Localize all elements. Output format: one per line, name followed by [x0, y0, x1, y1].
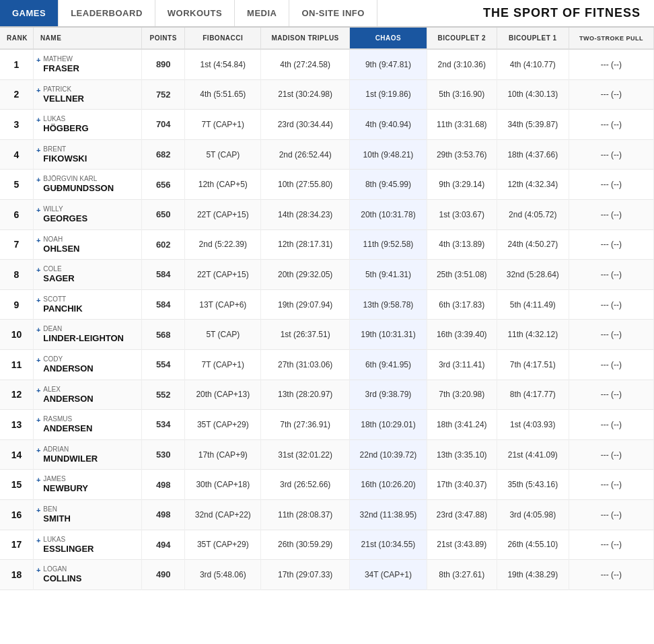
cell-name: + CODY ANDERSON [33, 349, 141, 380]
tab-onsite[interactable]: ON-SITE INFO [289, 0, 377, 26]
cell-points: 490 [142, 560, 185, 590]
cell-chaos: 19th (10:31.31) [350, 320, 427, 350]
cell-twostroke: --- (--) [569, 79, 653, 110]
tab-workouts[interactable]: WORKOUTS [155, 0, 235, 26]
cell-twostroke: --- (--) [569, 199, 653, 229]
expand-player-button[interactable]: + [36, 326, 40, 334]
cell-twostroke: --- (--) [569, 470, 653, 500]
cell-points: 584 [142, 289, 185, 320]
expand-player-button[interactable]: + [36, 86, 40, 94]
cell-twostroke: --- (--) [569, 439, 653, 470]
tab-leaderboard[interactable]: LEADERBOARD [59, 0, 155, 26]
cell-twostroke: --- (--) [569, 560, 653, 590]
expand-player-button[interactable]: + [36, 566, 40, 574]
cell-name: + RASMUS ANDERSEN [33, 410, 141, 440]
player-lastname: PANCHIK [43, 303, 82, 314]
player-firstname: LUKAS [43, 115, 88, 123]
player-firstname: LUKAS [43, 536, 94, 544]
cell-rank: 18 [0, 560, 33, 590]
expand-player-button[interactable]: + [36, 416, 40, 424]
cell-fibonacci: 5T (CAP) [185, 320, 261, 350]
cell-fibonacci: 5T (CAP) [185, 139, 261, 170]
table-row: 15 + JAMES NEWBURY 498 30th (CAP+18) 3rd… [0, 470, 654, 500]
expand-player-button[interactable]: + [36, 266, 40, 274]
expand-player-button[interactable]: + [36, 446, 40, 454]
player-firstname: SCOTT [43, 295, 82, 303]
cell-madison: 17th (29:07.33) [261, 560, 350, 590]
player-firstname: COLE [43, 265, 74, 273]
player-lastname: ANDERSON [43, 363, 93, 374]
cell-twostroke: --- (--) [569, 530, 653, 560]
cell-name: + DEAN LINDER-LEIGHTON [33, 320, 141, 350]
cell-chaos: 18th (10:29.01) [350, 410, 427, 440]
expand-player-button[interactable]: + [36, 116, 40, 124]
table-row: 12 + ALEX ANDERSON 552 20th (CAP+13) 13t… [0, 380, 654, 410]
cell-bicouplet2: 5th (3:16.90) [427, 79, 497, 110]
player-firstname: LOGAN [43, 565, 81, 573]
cell-fibonacci: 20th (CAP+13) [185, 380, 261, 410]
cell-madison: 14th (28:34.23) [261, 199, 350, 229]
cell-bicouplet2: 8th (3:27.61) [427, 560, 497, 590]
cell-bicouplet2: 23rd (3:47.88) [427, 499, 497, 530]
cell-points: 554 [142, 349, 185, 380]
cell-bicouplet1: 3rd (4:05.98) [497, 499, 569, 530]
player-lastname: SAGER [43, 273, 74, 284]
player-lastname: COLLINS [43, 573, 81, 584]
cell-madison: 11th (28:08.37) [261, 499, 350, 530]
cell-points: 602 [142, 229, 185, 260]
player-firstname: CODY [43, 355, 93, 363]
cell-twostroke: --- (--) [569, 320, 653, 350]
tab-games[interactable]: GAMES [0, 0, 59, 26]
col-bicouplet2: BICOUPLET 2 [427, 28, 497, 49]
cell-fibonacci: 35T (CAP+29) [185, 410, 261, 440]
cell-fibonacci: 22T (CAP+15) [185, 260, 261, 290]
expand-player-button[interactable]: + [36, 356, 40, 364]
expand-player-button[interactable]: + [36, 56, 40, 64]
expand-player-button[interactable]: + [36, 176, 40, 184]
cell-rank: 7 [0, 229, 33, 260]
expand-player-button[interactable]: + [36, 536, 40, 544]
expand-player-button[interactable]: + [36, 206, 40, 214]
col-fibonacci: FIBONACCI [185, 28, 261, 49]
cell-bicouplet2: 7th (3:20.98) [427, 380, 497, 410]
cell-bicouplet2: 11th (3:31.68) [427, 110, 497, 140]
cell-points: 552 [142, 380, 185, 410]
cell-chaos: 10th (9:48.21) [350, 139, 427, 170]
leaderboard-table: RANK NAME POINTS FIBONACCI MADISON TRIPL… [0, 28, 654, 590]
cell-bicouplet2: 6th (3:17.83) [427, 289, 497, 320]
cell-bicouplet2: 2nd (3:10.36) [427, 49, 497, 79]
cell-bicouplet2: 9th (3:29.14) [427, 170, 497, 200]
cell-name: + BRENT FIKOWSKI [33, 139, 141, 170]
cell-rank: 2 [0, 79, 33, 110]
player-lastname: FRASER [43, 63, 79, 74]
cell-points: 656 [142, 170, 185, 200]
player-firstname: PATRICK [43, 85, 84, 94]
cell-bicouplet2: 18th (3:41.24) [427, 410, 497, 440]
player-firstname: BEN [43, 505, 70, 513]
expand-player-button[interactable]: + [36, 386, 40, 394]
expand-player-button[interactable]: + [36, 476, 40, 484]
expand-player-button[interactable]: + [36, 296, 40, 304]
col-twostroke: TWO-STROKE PULL [569, 28, 653, 49]
cell-twostroke: --- (--) [569, 380, 653, 410]
cell-points: 682 [142, 139, 185, 170]
cell-chaos: 1st (9:19.86) [350, 79, 427, 110]
table-row: 14 + ADRIAN MUNDWILER 530 17th (CAP+9) 3… [0, 439, 654, 470]
cell-name: + ALEX ANDERSON [33, 380, 141, 410]
cell-bicouplet1: 18th (4:37.66) [497, 139, 569, 170]
col-madison: MADISON TRIPLUS [261, 28, 350, 49]
cell-points: 584 [142, 260, 185, 290]
cell-rank: 5 [0, 170, 33, 200]
cell-points: 704 [142, 110, 185, 140]
expand-player-button[interactable]: + [36, 506, 40, 514]
cell-name: + BEN SMITH [33, 499, 141, 530]
table-row: 1 + MATHEW FRASER 890 1st (4:54.84) 4th … [0, 49, 654, 79]
cell-bicouplet1: 11th (4:32.12) [497, 320, 569, 350]
cell-madison: 21st (30:24.98) [261, 79, 350, 110]
expand-player-button[interactable]: + [36, 146, 40, 154]
table-row: 10 + DEAN LINDER-LEIGHTON 568 5T (CAP) 1… [0, 320, 654, 350]
expand-player-button[interactable]: + [36, 236, 40, 244]
player-firstname: ALEX [43, 386, 93, 394]
tab-media[interactable]: MEDIA [235, 0, 289, 26]
cell-rank: 4 [0, 139, 33, 170]
